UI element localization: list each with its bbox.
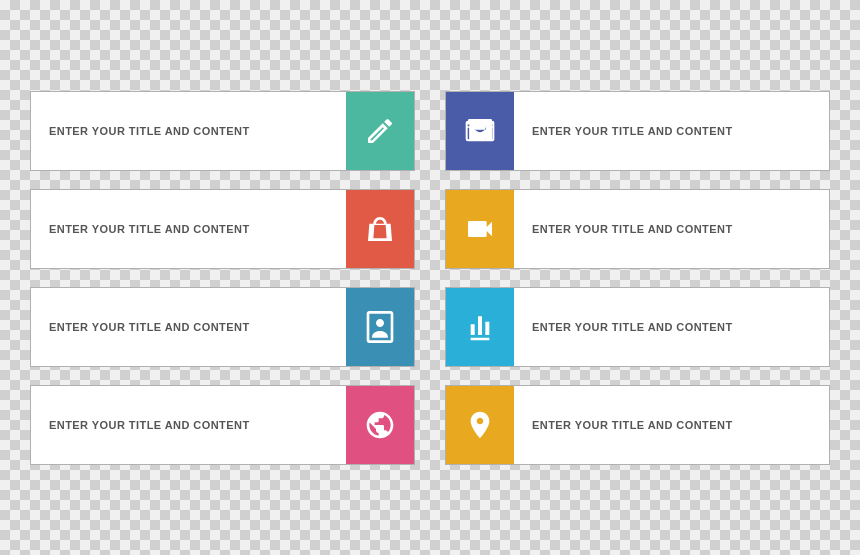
card-8-icon (446, 386, 514, 464)
card-8-text: ENTER YOUR TITLE AND CONTENT (514, 386, 829, 464)
card-4-icon (446, 190, 514, 268)
card-5-text: ENTER YOUR TITLE AND CONTENT (31, 288, 346, 366)
card-5: ENTER YOUR TITLE AND CONTENT (30, 287, 415, 367)
card-7-text: ENTER YOUR TITLE AND CONTENT (31, 386, 346, 464)
card-3-text: ENTER YOUR TITLE AND CONTENT (31, 190, 346, 268)
card-3: ENTER YOUR TITLE AND CONTENT (30, 189, 415, 269)
card-grid: ENTER YOUR TITLE AND CONTENTENTER YOUR T… (0, 61, 860, 495)
card-7: ENTER YOUR TITLE AND CONTENT (30, 385, 415, 465)
card-3-icon (346, 190, 414, 268)
card-6: ENTER YOUR TITLE AND CONTENT (445, 287, 830, 367)
card-2-text: ENTER YOUR TITLE AND CONTENT (514, 92, 829, 170)
card-8: ENTER YOUR TITLE AND CONTENT (445, 385, 830, 465)
card-2-icon (446, 92, 514, 170)
card-1: ENTER YOUR TITLE AND CONTENT (30, 91, 415, 171)
card-1-text: ENTER YOUR TITLE AND CONTENT (31, 92, 346, 170)
card-2: ENTER YOUR TITLE AND CONTENT (445, 91, 830, 171)
card-6-text: ENTER YOUR TITLE AND CONTENT (514, 288, 829, 366)
card-7-icon (346, 386, 414, 464)
card-4-text: ENTER YOUR TITLE AND CONTENT (514, 190, 829, 268)
card-5-icon (346, 288, 414, 366)
card-1-icon (346, 92, 414, 170)
card-6-icon (446, 288, 514, 366)
card-4: ENTER YOUR TITLE AND CONTENT (445, 189, 830, 269)
